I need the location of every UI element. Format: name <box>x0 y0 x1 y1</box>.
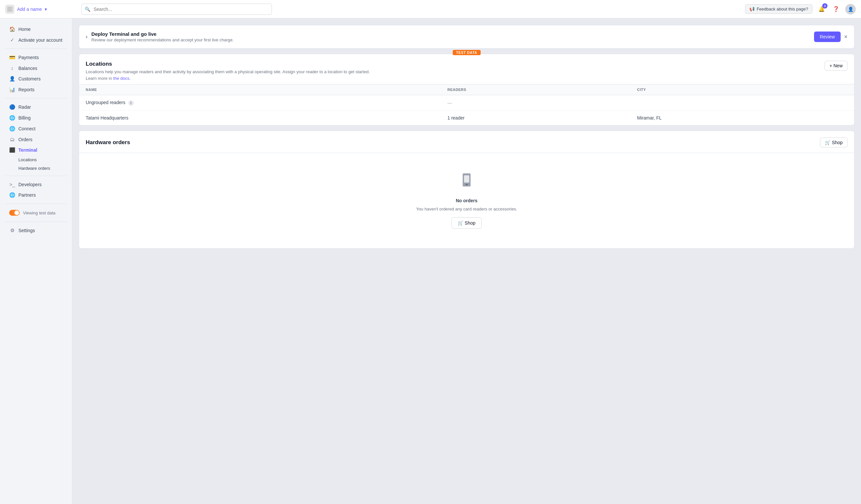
row-readers: 1 reader <box>441 110 630 125</box>
brand-icon <box>5 4 14 14</box>
help-button[interactable]: ❓ <box>831 4 841 14</box>
locations-header: Locations Locations help you manage read… <box>79 54 854 84</box>
sidebar-divider-3 <box>5 176 67 176</box>
row-city <box>630 95 854 111</box>
partners-icon: 🌐 <box>9 192 15 198</box>
home-icon: 🏠 <box>9 26 15 32</box>
orders-icon: 🗂 <box>9 137 15 142</box>
sidebar-divider-4 <box>5 204 67 204</box>
review-button[interactable]: Review <box>814 31 841 42</box>
hardware-orders-title: Hardware orders <box>86 139 130 146</box>
sidebar-divider-2 <box>5 98 67 98</box>
radar-icon: 🔵 <box>9 104 15 110</box>
notifications-button[interactable]: 🔔 3 <box>816 4 827 14</box>
sidebar-item-orders[interactable]: 🗂 Orders <box>3 134 69 145</box>
banner-close-button[interactable]: × <box>844 33 848 40</box>
col-city: CITY <box>630 84 854 95</box>
feedback-label: Feedback about this page? <box>756 6 808 12</box>
sidebar-label-customers: Customers <box>18 76 41 81</box>
sidebar-label-home: Home <box>18 27 30 32</box>
sidebar-label-settings: Settings <box>18 228 35 233</box>
test-data-toggle[interactable] <box>9 210 20 216</box>
row-readers: — <box>441 95 630 111</box>
sidebar-item-reports[interactable]: 📊 Reports <box>3 84 69 95</box>
sidebar-item-activate[interactable]: ✓ Activate your account <box>3 35 69 45</box>
connect-icon: 🌐 <box>9 126 15 132</box>
test-data-label: Viewing test data <box>23 210 55 215</box>
locations-table-wrap: NAME READERS CITY Ungrouped readers i — <box>79 84 854 125</box>
sidebar-sub-hardware-label: Hardware orders <box>18 166 50 171</box>
svg-rect-0 <box>7 6 13 12</box>
empty-sub: You haven't ordered any card readers or … <box>416 206 517 212</box>
sidebar-item-payments[interactable]: 💳 Payments <box>3 52 69 63</box>
sidebar-label-connect: Connect <box>18 126 36 131</box>
test-data-toggle-row: Viewing test data <box>3 207 69 218</box>
reader-icon <box>460 173 473 192</box>
search-icon: 🔍 <box>85 6 90 12</box>
avatar-button[interactable]: 👤 <box>845 4 856 14</box>
developers-icon: >_ <box>9 181 15 187</box>
sidebar-label-radar: Radar <box>18 105 31 110</box>
brand-name-label: Add a name <box>17 6 42 12</box>
sidebar-label-balances: Balances <box>18 66 38 71</box>
banner-description: Review our deployment recommendations an… <box>91 38 814 42</box>
test-data-badge: TEST DATA <box>453 50 481 55</box>
shop-button[interactable]: 🛒 Shop <box>820 138 848 147</box>
new-location-button[interactable]: + New <box>824 61 848 71</box>
banner-title: Deploy Terminal and go live <box>91 31 814 37</box>
row-city: Miramar, FL <box>630 110 854 125</box>
terminal-icon: ⬛ <box>9 147 15 153</box>
sidebar-sub-locations[interactable]: Locations <box>3 155 69 164</box>
shop-button-sm[interactable]: 🛒 Shop <box>452 217 482 229</box>
info-icon[interactable]: i <box>128 100 134 106</box>
payments-icon: 💳 <box>9 55 15 60</box>
banner-text: Deploy Terminal and go live Review our d… <box>91 31 814 42</box>
locations-section: TEST DATA Locations Locations help you m… <box>79 54 855 125</box>
sidebar: 🏠 Home ✓ Activate your account 💳 Payment… <box>0 18 72 504</box>
feedback-button[interactable]: 📢 Feedback about this page? <box>745 4 812 14</box>
hardware-orders-empty: No orders You haven't ordered any card r… <box>79 153 854 248</box>
sidebar-item-customers[interactable]: 👤 Customers <box>3 73 69 84</box>
reports-icon: 📊 <box>9 87 15 93</box>
hardware-orders-header: Hardware orders 🛒 Shop <box>79 131 854 153</box>
search-bar: 🔍 <box>81 4 272 15</box>
sidebar-sub-locations-label: Locations <box>18 157 37 162</box>
topbar-actions: 📢 Feedback about this page? 🔔 3 ❓ 👤 <box>745 4 856 14</box>
row-name: Ungrouped readers i <box>79 95 441 111</box>
customers-icon: 👤 <box>9 76 15 82</box>
deploy-banner: › Deploy Terminal and go live Review our… <box>79 25 855 49</box>
sidebar-label-partners: Partners <box>18 192 36 197</box>
sidebar-item-home[interactable]: 🏠 Home <box>3 24 69 35</box>
sidebar-item-developers[interactable]: >_ Developers <box>3 179 69 189</box>
notification-badge: 3 <box>822 3 828 9</box>
locations-header-text: Locations Locations help you manage read… <box>86 61 381 81</box>
sidebar-label-activate: Activate your account <box>18 38 63 43</box>
sidebar-label-payments: Payments <box>18 55 39 60</box>
topbar: Add a name ▾ 🔍 📢 Feedback about this pag… <box>0 0 861 18</box>
sidebar-label-reports: Reports <box>18 87 35 92</box>
col-readers: READERS <box>441 84 630 95</box>
sidebar-item-radar[interactable]: 🔵 Radar <box>3 102 69 112</box>
balances-icon: ↕ <box>9 65 15 71</box>
sidebar-label-terminal: Terminal <box>18 147 37 153</box>
sidebar-item-partners[interactable]: 🌐 Partners <box>3 190 69 200</box>
megaphone-icon: 📢 <box>749 6 755 12</box>
locations-table: NAME READERS CITY Ungrouped readers i — <box>79 84 854 125</box>
banner-chevron-icon[interactable]: › <box>86 34 87 40</box>
billing-icon: 🌐 <box>9 115 15 121</box>
sidebar-label-developers: Developers <box>18 182 42 187</box>
sidebar-item-settings[interactable]: ⚙ Settings <box>3 225 69 236</box>
sidebar-item-balances[interactable]: ↕ Balances <box>3 63 69 73</box>
docs-link[interactable]: the docs <box>113 76 129 81</box>
sidebar-item-terminal[interactable]: ⬛ Terminal <box>3 145 69 155</box>
sidebar-sub-hardware-orders[interactable]: Hardware orders <box>3 164 69 172</box>
table-row: Ungrouped readers i — <box>79 95 854 111</box>
sidebar-label-billing: Billing <box>18 115 30 121</box>
svg-rect-3 <box>465 184 468 185</box>
search-input[interactable] <box>81 4 272 15</box>
sidebar-divider-1 <box>5 49 67 49</box>
sidebar-item-connect[interactable]: 🌐 Connect <box>3 123 69 134</box>
brand-logo[interactable]: Add a name ▾ <box>5 4 78 14</box>
sidebar-item-billing[interactable]: 🌐 Billing <box>3 113 69 123</box>
hardware-orders-section: Hardware orders 🛒 Shop No orders You hav… <box>79 131 855 248</box>
